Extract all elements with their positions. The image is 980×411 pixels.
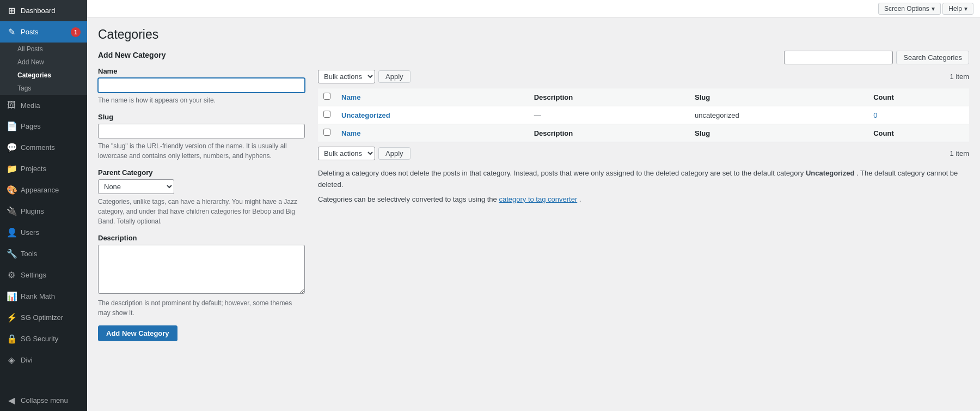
parent-field-group: Parent Category None Categories, unlike … [98, 168, 305, 226]
bulk-actions-select-top[interactable]: Bulk actions [318, 70, 375, 83]
select-all-checkbox[interactable] [323, 93, 330, 100]
row-description-cell: — [529, 106, 689, 124]
search-input[interactable] [784, 51, 893, 64]
users-icon: 👤 [7, 227, 16, 238]
description-label: Description [98, 234, 305, 242]
apply-button-bottom[interactable]: Apply [378, 147, 411, 160]
select-all-checkbox-footer[interactable] [323, 129, 330, 136]
name-column-footer: Name [336, 124, 529, 142]
comments-icon: 💬 [7, 142, 16, 153]
sidebar-item-add-new[interactable]: Add New [11, 56, 87, 69]
name-input[interactable] [98, 78, 305, 93]
top-toolbar: Bulk actions Apply 1 item [318, 70, 969, 83]
category-count-link[interactable]: 0 [873, 111, 877, 119]
projects-icon: 📁 [7, 164, 16, 174]
rank-math-icon: 📊 [7, 291, 16, 301]
name-sort-link[interactable]: Name [341, 93, 360, 101]
table-panel: Search Categories Bulk actions Apply 1 i… [318, 51, 969, 341]
item-count-top: 1 item [950, 72, 969, 81]
slug-input[interactable] [98, 124, 305, 138]
posts-submenu: All Posts Add New Categories Tags [0, 43, 87, 95]
name-sort-link-footer[interactable]: Name [341, 129, 360, 137]
name-label: Name [98, 67, 305, 75]
sidebar-item-sg-security[interactable]: 🔒 SG Security [0, 328, 87, 349]
content-inner: Add New Category Name The name is how it… [98, 51, 969, 341]
checkbox-footer [318, 124, 336, 142]
categories-table: Name Description Slug Count [318, 88, 969, 142]
delete-info: Deleting a category does not delete the … [318, 168, 969, 191]
chevron-down-icon: ▾ [932, 5, 935, 13]
bulk-actions-select-bottom[interactable]: Bulk actions [318, 147, 375, 160]
posts-badge: 1 [71, 27, 81, 37]
sidebar-item-sg-optimizer[interactable]: ⚡ SG Optimizer [0, 307, 87, 328]
add-new-category-button[interactable]: Add New Category [98, 325, 177, 341]
sidebar-item-comments[interactable]: 💬 Comments [0, 137, 87, 158]
sidebar-item-tags[interactable]: Tags [11, 82, 87, 95]
posts-icon: ✎ [7, 27, 16, 37]
slug-field-group: Slug The "slug" is the URL-friendly vers… [98, 113, 305, 161]
row-checkbox[interactable] [323, 111, 330, 118]
dashboard-icon: ⊞ [7, 5, 16, 16]
count-column-footer: Count [868, 124, 969, 142]
category-to-tag-link[interactable]: category to tag converter [499, 195, 577, 203]
tools-icon: 🔧 [7, 249, 16, 259]
name-column-header: Name [336, 88, 529, 106]
description-textarea[interactable] [98, 245, 305, 294]
parent-label: Parent Category [98, 168, 305, 177]
sidebar-item-projects[interactable]: 📁 Projects [0, 158, 87, 179]
sidebar-item-media[interactable]: 🖼 Media [0, 95, 87, 116]
row-count-cell: 0 [868, 106, 969, 124]
default-category-name: Uncategorized [806, 169, 855, 177]
sidebar-item-posts[interactable]: ✎ Posts 1 [0, 21, 87, 43]
help-button[interactable]: Help ▾ [942, 3, 973, 15]
plugins-icon: 🔌 [7, 206, 16, 216]
sidebar-item-collapse[interactable]: ◀ Collapse menu [0, 390, 87, 411]
search-categories-button[interactable]: Search Categories [896, 51, 969, 64]
parent-select[interactable]: None [98, 179, 174, 194]
slug-label: Slug [98, 113, 305, 121]
sidebar-item-plugins[interactable]: 🔌 Plugins [0, 201, 87, 222]
add-new-category-form: Add New Category Name The name is how it… [98, 51, 305, 341]
description-hint: The description is not prominent by defa… [98, 298, 305, 318]
divi-icon: ◈ [7, 355, 16, 365]
bottom-toolbar: Bulk actions Apply 1 item [318, 147, 969, 160]
category-name-link[interactable]: Uncategorized [341, 111, 390, 119]
table-row: Uncategorized — uncategorized 0 [318, 106, 969, 124]
form-title: Add New Category [98, 51, 305, 59]
sg-optimizer-icon: ⚡ [7, 312, 16, 323]
sidebar-item-appearance[interactable]: 🎨 Appearance [0, 179, 87, 201]
row-slug-cell: uncategorized [689, 106, 868, 124]
sidebar-item-tools[interactable]: 🔧 Tools [0, 243, 87, 264]
parent-hint: Categories, unlike tags, can have a hier… [98, 197, 305, 226]
content-area: Categories Add New Category Name The nam… [87, 17, 980, 411]
settings-icon: ⚙ [7, 270, 16, 280]
sidebar-item-dashboard[interactable]: ⊞ Dashboard [0, 0, 87, 21]
main-area: Screen Options ▾ Help ▾ Categories Add N… [87, 0, 980, 411]
slug-hint: The "slug" is the URL-friendly version o… [98, 141, 305, 161]
sidebar-item-divi[interactable]: ◈ Divi [0, 349, 87, 371]
collapse-icon: ◀ [7, 395, 16, 406]
media-icon: 🖼 [7, 100, 16, 110]
sidebar-item-pages[interactable]: 📄 Pages [0, 116, 87, 137]
sidebar-item-settings[interactable]: ⚙ Settings [0, 264, 87, 286]
sidebar-item-users[interactable]: 👤 Users [0, 222, 87, 243]
sidebar-item-categories[interactable]: Categories [11, 69, 87, 82]
name-field-group: Name The name is how it appears on your … [98, 67, 305, 105]
checkbox-header [318, 88, 336, 106]
slug-column-footer: Slug [689, 124, 868, 142]
screen-options-button[interactable]: Screen Options ▾ [878, 3, 941, 15]
sidebar-item-rank-math[interactable]: 📊 Rank Math [0, 286, 87, 307]
search-bar: Search Categories [318, 51, 969, 64]
sg-security-icon: 🔒 [7, 334, 16, 344]
name-hint: The name is how it appears on your site. [98, 95, 305, 105]
description-column-footer: Description [529, 124, 689, 142]
row-name-cell: Uncategorized [336, 106, 529, 124]
pages-icon: 📄 [7, 121, 16, 131]
apply-button-top[interactable]: Apply [378, 70, 411, 83]
sidebar-item-all-posts[interactable]: All Posts [11, 43, 87, 56]
item-count-bottom: 1 item [950, 149, 969, 158]
appearance-icon: 🎨 [7, 185, 16, 195]
description-field-group: Description The description is not promi… [98, 234, 305, 318]
info-text: Deleting a category does not delete the … [318, 168, 969, 205]
description-column-header: Description [529, 88, 689, 106]
